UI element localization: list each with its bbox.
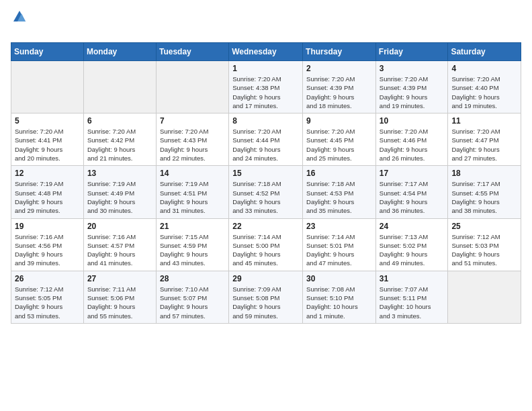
- header-friday: Friday: [375, 43, 448, 61]
- day-number: 6: [87, 116, 152, 126]
- day-info: Sunrise: 7:16 AM Sunset: 4:57 PM Dayligh…: [87, 232, 152, 268]
- day-info: Sunrise: 7:17 AM Sunset: 4:55 PM Dayligh…: [451, 179, 517, 215]
- day-info: Sunrise: 7:18 AM Sunset: 4:53 PM Dayligh…: [306, 179, 372, 215]
- day-info: Sunrise: 7:07 AM Sunset: 5:11 PM Dayligh…: [380, 285, 445, 320]
- day-cell: [11, 61, 84, 113]
- day-cell: 9Sunrise: 7:20 AM Sunset: 4:45 PM Daylig…: [303, 113, 376, 166]
- day-cell: 4Sunrise: 7:20 AM Sunset: 4:40 PM Daylig…: [448, 61, 521, 113]
- day-number: 2: [306, 64, 372, 73]
- day-number: 22: [232, 222, 299, 231]
- day-cell: 3Sunrise: 7:20 AM Sunset: 4:39 PM Daylig…: [375, 61, 448, 113]
- day-number: 26: [15, 274, 80, 283]
- day-info: Sunrise: 7:20 AM Sunset: 4:38 PM Dayligh…: [232, 75, 299, 110]
- header: [11, 7, 521, 38]
- day-number: 30: [306, 274, 372, 283]
- day-cell: 11Sunrise: 7:20 AM Sunset: 4:47 PM Dayli…: [448, 113, 521, 166]
- day-info: Sunrise: 7:19 AM Sunset: 4:49 PM Dayligh…: [87, 179, 152, 215]
- day-cell: 22Sunrise: 7:14 AM Sunset: 5:00 PM Dayli…: [229, 218, 303, 271]
- day-cell: 17Sunrise: 7:17 AM Sunset: 4:54 PM Dayli…: [375, 166, 448, 218]
- day-info: Sunrise: 7:12 AM Sunset: 5:05 PM Dayligh…: [15, 285, 80, 320]
- page: Sunday Monday Tuesday Wednesday Thursday…: [0, 0, 532, 411]
- day-cell: 15Sunrise: 7:18 AM Sunset: 4:52 PM Dayli…: [229, 166, 303, 218]
- week-row-4: 26Sunrise: 7:12 AM Sunset: 5:05 PM Dayli…: [11, 271, 521, 323]
- day-info: Sunrise: 7:20 AM Sunset: 4:41 PM Dayligh…: [15, 127, 80, 163]
- day-number: 29: [232, 274, 299, 283]
- logo-icon: [12, 9, 27, 24]
- day-cell: 31Sunrise: 7:07 AM Sunset: 5:11 PM Dayli…: [375, 271, 448, 323]
- day-info: Sunrise: 7:20 AM Sunset: 4:45 PM Dayligh…: [306, 127, 372, 163]
- day-info: Sunrise: 7:11 AM Sunset: 5:06 PM Dayligh…: [87, 285, 152, 320]
- day-cell: 10Sunrise: 7:20 AM Sunset: 4:46 PM Dayli…: [375, 113, 448, 166]
- day-info: Sunrise: 7:13 AM Sunset: 5:02 PM Dayligh…: [380, 232, 445, 268]
- day-info: Sunrise: 7:18 AM Sunset: 4:52 PM Dayligh…: [232, 179, 299, 215]
- day-cell: [83, 61, 156, 113]
- day-number: 27: [87, 274, 152, 283]
- weekday-header-row: Sunday Monday Tuesday Wednesday Thursday…: [11, 43, 521, 61]
- week-row-1: 5Sunrise: 7:20 AM Sunset: 4:41 PM Daylig…: [11, 113, 521, 166]
- day-number: 23: [306, 222, 372, 231]
- day-info: Sunrise: 7:20 AM Sunset: 4:42 PM Dayligh…: [87, 127, 152, 163]
- day-cell: 29Sunrise: 7:09 AM Sunset: 5:08 PM Dayli…: [229, 271, 303, 323]
- day-cell: 18Sunrise: 7:17 AM Sunset: 4:55 PM Dayli…: [448, 166, 521, 218]
- day-number: 20: [87, 222, 152, 231]
- day-info: Sunrise: 7:16 AM Sunset: 4:56 PM Dayligh…: [15, 232, 80, 268]
- day-cell: [448, 271, 521, 323]
- header-saturday: Saturday: [448, 43, 521, 61]
- week-row-2: 12Sunrise: 7:19 AM Sunset: 4:48 PM Dayli…: [11, 166, 521, 218]
- day-info: Sunrise: 7:20 AM Sunset: 4:43 PM Dayligh…: [160, 127, 225, 163]
- day-number: 25: [451, 222, 517, 231]
- day-info: Sunrise: 7:20 AM Sunset: 4:47 PM Dayligh…: [451, 127, 517, 163]
- day-cell: 16Sunrise: 7:18 AM Sunset: 4:53 PM Dayli…: [303, 166, 376, 218]
- day-cell: 27Sunrise: 7:11 AM Sunset: 5:06 PM Dayli…: [83, 271, 156, 323]
- day-info: Sunrise: 7:20 AM Sunset: 4:40 PM Dayligh…: [451, 75, 517, 110]
- day-cell: 13Sunrise: 7:19 AM Sunset: 4:49 PM Dayli…: [83, 166, 156, 218]
- calendar: Sunday Monday Tuesday Wednesday Thursday…: [11, 42, 521, 324]
- day-info: Sunrise: 7:19 AM Sunset: 4:48 PM Dayligh…: [15, 179, 80, 215]
- day-cell: 7Sunrise: 7:20 AM Sunset: 4:43 PM Daylig…: [156, 113, 228, 166]
- day-cell: 21Sunrise: 7:15 AM Sunset: 4:59 PM Dayli…: [156, 218, 228, 271]
- day-number: 15: [232, 169, 299, 178]
- day-info: Sunrise: 7:17 AM Sunset: 4:54 PM Dayligh…: [380, 179, 445, 215]
- day-number: 18: [451, 169, 517, 178]
- day-info: Sunrise: 7:20 AM Sunset: 4:39 PM Dayligh…: [306, 75, 372, 110]
- header-tuesday: Tuesday: [156, 43, 228, 61]
- day-number: 16: [306, 169, 372, 178]
- day-cell: 8Sunrise: 7:20 AM Sunset: 4:44 PM Daylig…: [229, 113, 303, 166]
- header-monday: Monday: [83, 43, 156, 61]
- day-number: 7: [160, 116, 225, 126]
- day-number: 28: [160, 274, 225, 283]
- week-row-3: 19Sunrise: 7:16 AM Sunset: 4:56 PM Dayli…: [11, 218, 521, 271]
- day-cell: 12Sunrise: 7:19 AM Sunset: 4:48 PM Dayli…: [11, 166, 84, 218]
- day-number: 3: [380, 64, 445, 73]
- day-number: 14: [160, 169, 225, 178]
- day-cell: 23Sunrise: 7:14 AM Sunset: 5:01 PM Dayli…: [303, 218, 376, 271]
- day-number: 1: [232, 64, 299, 73]
- day-cell: 6Sunrise: 7:20 AM Sunset: 4:42 PM Daylig…: [83, 113, 156, 166]
- day-info: Sunrise: 7:12 AM Sunset: 5:03 PM Dayligh…: [451, 232, 517, 268]
- day-info: Sunrise: 7:09 AM Sunset: 5:08 PM Dayligh…: [232, 285, 299, 320]
- day-info: Sunrise: 7:19 AM Sunset: 4:51 PM Dayligh…: [160, 179, 225, 215]
- day-number: 9: [306, 116, 372, 126]
- day-cell: 26Sunrise: 7:12 AM Sunset: 5:05 PM Dayli…: [11, 271, 84, 323]
- day-cell: 2Sunrise: 7:20 AM Sunset: 4:39 PM Daylig…: [303, 61, 376, 113]
- day-cell: 5Sunrise: 7:20 AM Sunset: 4:41 PM Daylig…: [11, 113, 84, 166]
- day-cell: [156, 61, 228, 113]
- day-cell: 20Sunrise: 7:16 AM Sunset: 4:57 PM Dayli…: [83, 218, 156, 271]
- day-number: 31: [380, 274, 445, 283]
- day-number: 12: [15, 169, 80, 178]
- day-info: Sunrise: 7:15 AM Sunset: 4:59 PM Dayligh…: [160, 232, 225, 268]
- day-info: Sunrise: 7:14 AM Sunset: 5:00 PM Dayligh…: [232, 232, 299, 268]
- day-cell: 28Sunrise: 7:10 AM Sunset: 5:07 PM Dayli…: [156, 271, 228, 323]
- day-number: 8: [232, 116, 299, 126]
- day-cell: 19Sunrise: 7:16 AM Sunset: 4:56 PM Dayli…: [11, 218, 84, 271]
- day-number: 19: [15, 222, 80, 231]
- day-cell: 24Sunrise: 7:13 AM Sunset: 5:02 PM Dayli…: [375, 218, 448, 271]
- day-number: 10: [380, 116, 445, 126]
- day-cell: 14Sunrise: 7:19 AM Sunset: 4:51 PM Dayli…: [156, 166, 228, 218]
- week-row-0: 1Sunrise: 7:20 AM Sunset: 4:38 PM Daylig…: [11, 61, 521, 113]
- day-number: 5: [15, 116, 80, 126]
- day-cell: 1Sunrise: 7:20 AM Sunset: 4:38 PM Daylig…: [229, 61, 303, 113]
- day-info: Sunrise: 7:20 AM Sunset: 4:46 PM Dayligh…: [380, 127, 445, 163]
- day-cell: 25Sunrise: 7:12 AM Sunset: 5:03 PM Dayli…: [448, 218, 521, 271]
- day-info: Sunrise: 7:20 AM Sunset: 4:39 PM Dayligh…: [380, 75, 445, 110]
